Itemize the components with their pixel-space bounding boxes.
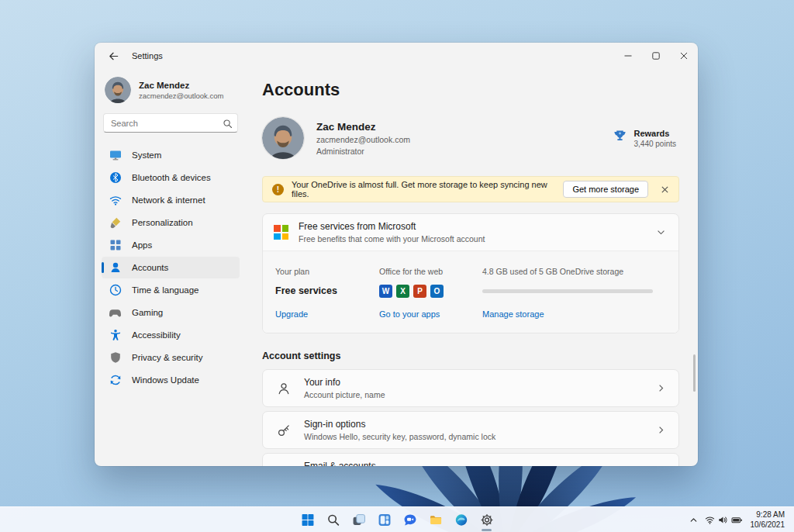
sidebar-nav: System Bluetooth & devices Network & int… — [102, 144, 240, 391]
plan-details: Your plan Free services Upgrade Office f… — [263, 250, 678, 333]
outlook-icon[interactable]: O — [430, 285, 444, 298]
manage-storage-link[interactable]: Manage storage — [482, 309, 544, 319]
get-more-storage-button[interactable]: Get more storage — [563, 181, 648, 198]
sidebar-item-bluetooth-devices[interactable]: Bluetooth & devices — [102, 167, 240, 188]
key-icon — [277, 423, 291, 437]
envelope-icon — [277, 465, 291, 467]
system-icon — [109, 149, 122, 161]
sidebar-item-accounts[interactable]: Accounts — [102, 257, 240, 278]
chat-icon — [403, 513, 416, 527]
window-controls — [614, 43, 698, 69]
setting-title: Your info — [304, 377, 385, 388]
chevron-down-icon[interactable] — [656, 227, 666, 237]
sidebar-item-accessibility[interactable]: Accessibility — [102, 324, 240, 346]
sidebar-item-privacy-security[interactable]: Privacy & security — [102, 347, 240, 368]
folder-icon — [429, 513, 442, 527]
wifi-icon — [705, 515, 715, 525]
banner-message: Your OneDrive is almost full. Get more s… — [292, 180, 555, 199]
upgrade-link[interactable]: Upgrade — [275, 309, 308, 319]
search-input[interactable] — [103, 113, 238, 133]
edge-button[interactable] — [451, 509, 472, 531]
email-accounts-row[interactable]: Email & accounts Accounts used by email,… — [262, 453, 679, 466]
powerpoint-icon[interactable]: P — [413, 285, 426, 298]
plan-name: Free services — [275, 281, 379, 301]
tray-status-button[interactable] — [702, 510, 746, 530]
apps-grid-icon — [109, 239, 122, 251]
sidebar-item-network-internet[interactable]: Network & internet — [102, 189, 240, 211]
maximize-button[interactable] — [642, 43, 670, 69]
minimize-button[interactable] — [614, 43, 642, 69]
setting-title: Sign-in options — [304, 419, 495, 430]
task-view-button[interactable] — [348, 509, 370, 531]
excel-icon[interactable]: X — [396, 285, 409, 298]
services-subtitle: Free benefits that come with your Micros… — [299, 234, 485, 244]
go-to-apps-link[interactable]: Go to your apps — [379, 309, 440, 319]
back-arrow-icon — [108, 50, 119, 62]
setting-subtitle: Windows Hello, security key, password, d… — [304, 432, 495, 441]
word-icon[interactable]: W — [379, 285, 392, 298]
rewards-label: Rewards — [634, 129, 677, 138]
office-apps: W X P O — [379, 285, 444, 298]
sidebar-item-label: Gaming — [132, 308, 163, 317]
sidebar-item-personalization[interactable]: Personalization — [102, 212, 240, 233]
widgets-button[interactable] — [374, 509, 395, 531]
search-icon — [326, 513, 340, 527]
main-content: Accounts Zac Mendez zacmendez@outlook.co… — [247, 69, 698, 466]
sidebar-user-name: Zac Mendez — [139, 81, 223, 90]
bluetooth-icon — [109, 171, 122, 184]
sidebar-item-label: Privacy & security — [132, 353, 202, 362]
shield-icon — [109, 351, 122, 364]
banner-close-button[interactable] — [656, 180, 674, 199]
taskbar: 9:28 AM 10/6/2021 — [0, 506, 794, 532]
office-label: Office for the web — [379, 262, 482, 281]
minimize-icon — [623, 51, 633, 60]
chat-button[interactable] — [399, 509, 421, 531]
close-icon — [679, 51, 689, 60]
your-info-row[interactable]: Your info Account picture, name — [262, 369, 679, 407]
avatar — [105, 77, 131, 103]
file-explorer-button[interactable] — [425, 509, 447, 531]
setting-subtitle: Account picture, name — [304, 390, 385, 399]
back-button[interactable] — [105, 47, 122, 64]
free-services-header[interactable]: Free services from Microsoft Free benefi… — [263, 214, 678, 250]
settings-window: Settings Zac Mendez zacmendez@outlook.co… — [95, 43, 698, 466]
warning-icon — [272, 184, 284, 195]
start-button[interactable] — [297, 509, 319, 531]
settings-app-button[interactable] — [476, 509, 498, 531]
page-title: Accounts — [262, 80, 679, 100]
account-settings-list: Your info Account picture, name Sign-in … — [262, 369, 679, 466]
storage-column: 4.8 GB used of 5 GB OneDrive storage Man… — [482, 262, 666, 319]
maximize-icon — [651, 51, 661, 60]
close-icon — [661, 185, 669, 194]
storage-progress-bar — [482, 289, 653, 293]
sidebar-user-card[interactable]: Zac Mendez zacmendez@outlook.com — [102, 72, 240, 113]
search-button[interactable] — [323, 509, 344, 531]
taskbar-center — [297, 507, 498, 532]
sidebar-item-time-language[interactable]: Time & language — [102, 279, 240, 301]
close-button[interactable] — [670, 43, 698, 69]
tray-chevron-button[interactable] — [685, 510, 702, 530]
desktop: Settings Zac Mendez zacmendez@outlook.co… — [0, 0, 794, 532]
sign-in-options-row[interactable]: Sign-in options Windows Hello, security … — [262, 411, 679, 449]
clock-time: 9:28 AM — [751, 510, 785, 520]
sidebar-item-label: Personalization — [132, 218, 193, 227]
sidebar-item-label: System — [132, 150, 161, 160]
sidebar-item-windows-update[interactable]: Windows Update — [102, 369, 240, 391]
task-view-icon — [352, 513, 365, 527]
account-settings-title: Account settings — [262, 351, 679, 361]
scrollbar-thumb[interactable] — [693, 354, 696, 392]
battery-icon — [731, 515, 743, 525]
sidebar-item-gaming[interactable]: Gaming — [102, 302, 240, 323]
volume-icon — [718, 515, 728, 525]
person-outline-icon — [277, 382, 291, 396]
sidebar-item-system[interactable]: System — [102, 144, 240, 166]
sidebar-item-label: Accessibility — [132, 330, 181, 340]
rewards-widget[interactable]: Rewards 3,440 points — [613, 129, 677, 148]
widgets-icon — [378, 513, 391, 527]
accessibility-icon — [109, 329, 122, 341]
system-tray: 9:28 AM 10/6/2021 — [685, 507, 792, 532]
taskbar-clock[interactable]: 9:28 AM 10/6/2021 — [746, 510, 792, 530]
sidebar-item-apps[interactable]: Apps — [102, 234, 240, 256]
profile-email: zacmendez@outlook.com — [316, 135, 410, 144]
profile-role: Administrator — [316, 147, 410, 156]
